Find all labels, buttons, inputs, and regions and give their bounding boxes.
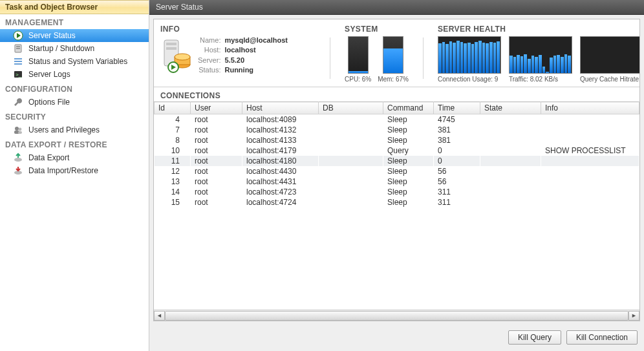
column-header-host[interactable]: Host (242, 102, 319, 114)
table-row[interactable]: 12rootlocalhost:4430Sleep56 (155, 166, 639, 176)
health-label: Connection Usage: 9 (438, 76, 501, 83)
table-row[interactable]: 11rootlocalhost:4180Sleep0 (155, 156, 639, 166)
sidebar-item-startup-shutdown[interactable]: Startup / Shutdown (0, 42, 149, 55)
sidebar-item-data-export[interactable]: Data Export (0, 151, 149, 164)
svg-point-11 (19, 128, 22, 131)
table-row[interactable]: 15rootlocalhost:4724Sleep311 (155, 197, 639, 207)
cell-time: 311 (434, 187, 480, 197)
cell-command: Sleep (383, 114, 434, 125)
connections-title: CONNECTIONS (154, 87, 639, 101)
server-icon (13, 43, 23, 54)
cell-host: localhost:4179 (242, 145, 319, 156)
cell-info (541, 176, 639, 187)
sidebar-item-server-logs[interactable]: >_Server Logs (0, 68, 149, 81)
cell-command: Sleep (383, 135, 434, 145)
column-header-state[interactable]: State (480, 102, 541, 114)
top-panel: INFO (154, 19, 639, 87)
cell-host: localhost:4132 (242, 125, 319, 135)
system-title: SYSTEM (345, 25, 409, 34)
cell-info (541, 197, 639, 207)
cell-db (319, 114, 383, 125)
scrollbar-thumb[interactable] (165, 311, 628, 321)
cell-state (480, 135, 541, 145)
sidebar-item-label: Data Export (28, 153, 69, 162)
gauge-label: CPU: 6% (345, 76, 371, 83)
cell-command: Sleep (383, 156, 434, 166)
column-header-user[interactable]: User (191, 102, 242, 114)
cell-time: 0 (434, 145, 480, 156)
kill-connection-button[interactable]: Kill Connection (566, 330, 638, 345)
cell-state (480, 114, 541, 125)
cell-id: 15 (155, 197, 191, 207)
gauge-bar (348, 36, 369, 74)
column-header-info[interactable]: Info (541, 102, 639, 114)
cell-db (319, 135, 383, 145)
info-title: INFO (160, 25, 316, 34)
table-row[interactable]: 13rootlocalhost:4431Sleep56 (155, 176, 639, 187)
svg-rect-5 (14, 58, 22, 59)
sidebar-item-server-status[interactable]: Server Status (0, 29, 149, 42)
sidebar-item-data-import-restore[interactable]: Data Import/Restore (0, 164, 149, 177)
table-row[interactable]: 10rootlocalhost:4179Query0SHOW PROCESSLI… (155, 145, 639, 156)
cell-db (319, 125, 383, 135)
svg-rect-18 (166, 47, 177, 50)
divider (330, 37, 330, 79)
cell-id: 14 (155, 187, 191, 197)
svg-rect-6 (14, 61, 22, 62)
cell-user: root (191, 125, 242, 135)
health-label: Query Cache Hitrate: 0.00% (580, 76, 639, 83)
section-header: MANAGEMENT (0, 14, 149, 29)
scroll-right-icon[interactable]: ► (628, 311, 639, 321)
sidebar-item-label: Startup / Shutdown (28, 44, 94, 53)
horizontal-scrollbar[interactable]: ◄ ► (154, 310, 639, 321)
cell-host: localhost:4180 (242, 156, 319, 166)
column-header-command[interactable]: Command (383, 102, 434, 114)
connections-table[interactable]: IdUserHostDBCommandTimeStateInfo 4rootlo… (154, 101, 639, 207)
gauge-fill (349, 71, 368, 73)
sidebar: Task and Object Browser MANAGEMENTServer… (0, 0, 149, 351)
column-header-time[interactable]: Time (434, 102, 480, 114)
cell-command: Sleep (383, 176, 434, 187)
cell-db (319, 166, 383, 176)
cell-id: 4 (155, 114, 191, 125)
table-row[interactable]: 7rootlocalhost:4132Sleep381 (155, 125, 639, 135)
section-header: CONFIGURATION (0, 81, 149, 96)
main-area: Server Status INFO (149, 0, 644, 351)
cell-host: localhost:4133 (242, 135, 319, 145)
svg-point-14 (14, 158, 22, 162)
health-label: Traffic: 8.02 KB/s (509, 76, 572, 83)
sidebar-item-options-file[interactable]: Options File (0, 96, 149, 109)
cell-db (319, 156, 383, 166)
terminal-icon: >_ (13, 69, 23, 80)
table-row[interactable]: 4rootlocalhost:4089Sleep4745 (155, 114, 639, 125)
cell-id: 13 (155, 176, 191, 187)
info-name-label: Name: (198, 36, 220, 45)
cell-command: Sleep (383, 125, 434, 135)
cell-id: 11 (155, 156, 191, 166)
kill-query-button[interactable]: Kill Query (508, 330, 561, 345)
sidebar-item-status-and-system-variables[interactable]: Status and System Variables (0, 55, 149, 68)
content-panel: INFO (153, 19, 640, 321)
svg-rect-3 (16, 46, 20, 47)
cell-host: localhost:4089 (242, 114, 319, 125)
cell-time: 381 (434, 125, 480, 135)
svg-rect-17 (166, 43, 177, 45)
cell-id: 12 (155, 166, 191, 176)
cell-time: 311 (434, 197, 480, 207)
cell-command: Sleep (383, 166, 434, 176)
column-header-id[interactable]: Id (155, 102, 191, 114)
scroll-left-icon[interactable]: ◄ (154, 311, 165, 321)
table-row[interactable]: 8rootlocalhost:4133Sleep381 (155, 135, 639, 145)
cell-time: 4745 (434, 114, 480, 125)
table-row[interactable]: 14rootlocalhost:4723Sleep311 (155, 187, 639, 197)
health-item: Connection Usage: 9 (438, 36, 501, 83)
cell-id: 7 (155, 125, 191, 135)
system-panel: SYSTEM CPU: 6%Mem: 67% (345, 25, 409, 83)
sidebar-item-label: Options File (28, 98, 70, 107)
sidebar-item-users-and-privileges[interactable]: Users and Privileges (0, 123, 149, 136)
health-chart (509, 36, 572, 74)
cell-state (480, 197, 541, 207)
cell-state (480, 125, 541, 135)
cell-state (480, 176, 541, 187)
column-header-db[interactable]: DB (319, 102, 383, 114)
